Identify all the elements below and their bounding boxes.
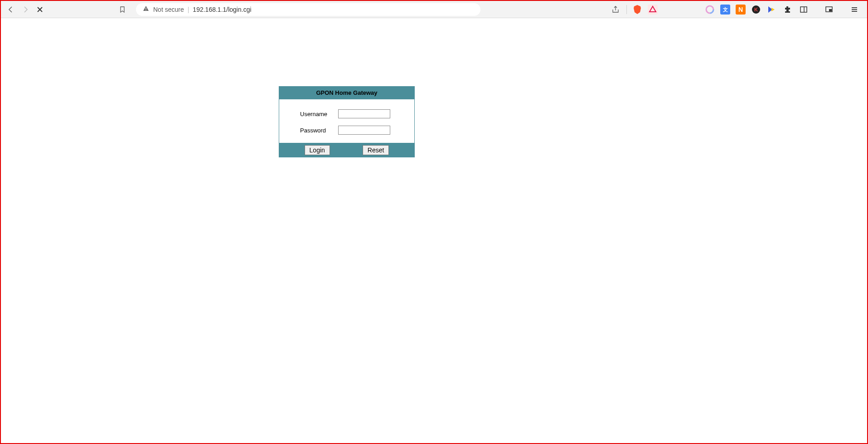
svg-rect-0 [145, 8, 146, 10]
password-row: Password [288, 126, 405, 135]
url-text: 192.168.1.1/login.cgi [193, 6, 251, 13]
bookmark-button[interactable] [117, 4, 128, 15]
sidebar-button[interactable] [798, 4, 809, 15]
address-bar[interactable]: Not secure | 192.168.1.1/login.cgi [136, 3, 480, 16]
back-button[interactable] [5, 4, 16, 15]
toolbar-separator [626, 5, 627, 14]
brave-rewards-icon[interactable] [648, 5, 658, 15]
svg-rect-10 [829, 9, 832, 11]
svg-rect-7 [800, 7, 807, 12]
extension-icon-2[interactable]: N [736, 5, 746, 15]
svg-rect-1 [145, 10, 146, 10]
reset-button[interactable]: Reset [363, 145, 389, 155]
login-panel: GPON Home Gateway Username Password Logi… [279, 86, 415, 157]
username-input[interactable] [338, 109, 390, 118]
password-label: Password [288, 127, 338, 134]
svg-text:文: 文 [723, 7, 728, 12]
extensions-button[interactable] [782, 4, 793, 15]
share-button[interactable] [610, 4, 621, 15]
login-title: GPON Home Gateway [279, 86, 415, 99]
security-warning-icon [142, 5, 150, 14]
extension-icon-1[interactable] [705, 5, 715, 15]
brave-shield-icon[interactable] [632, 5, 642, 15]
address-separator: | [188, 6, 189, 13]
login-form: Username Password [279, 99, 415, 143]
extension-icon-4[interactable] [766, 5, 776, 15]
password-input[interactable] [338, 126, 390, 135]
svg-text:K: K [754, 7, 758, 12]
pip-button[interactable] [824, 4, 834, 15]
security-label: Not secure [153, 6, 184, 13]
forward-button[interactable] [20, 4, 31, 15]
translate-icon[interactable]: 文 [720, 5, 730, 15]
extension-icon-3[interactable]: K [751, 5, 761, 15]
page-content: GPON Home Gateway Username Password Logi… [1, 18, 867, 443]
browser-toolbar: Not secure | 192.168.1.1/login.cgi 文 N K [1, 1, 867, 18]
toolbar-right: 文 N K [610, 4, 863, 15]
username-label: Username [288, 111, 338, 117]
login-button[interactable]: Login [305, 145, 330, 155]
menu-button[interactable] [849, 4, 860, 15]
username-row: Username [288, 109, 405, 118]
stop-button[interactable] [34, 4, 45, 15]
login-footer: Login Reset [279, 143, 415, 157]
